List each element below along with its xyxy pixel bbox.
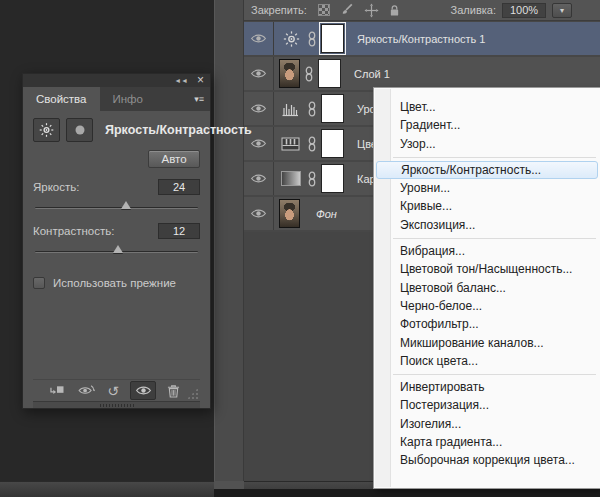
fill-value-field[interactable]: 100%	[502, 3, 546, 18]
use-legacy-label: Использовать прежние	[53, 277, 176, 289]
tab-properties[interactable]: Свойства	[23, 87, 100, 111]
menu-item-selective-color[interactable]: Выборочная коррекция цвета...	[374, 451, 600, 469]
slider-thumb[interactable]	[121, 201, 131, 209]
layer-mask-icon	[66, 118, 93, 142]
layer-thumbnail[interactable]	[279, 59, 300, 88]
menu-item-brightness-contrast[interactable]: Яркость/Контрастность...	[376, 161, 598, 179]
menu-item-color-lookup[interactable]: Поиск цвета...	[374, 352, 600, 370]
toggle-visibility-icon[interactable]	[130, 381, 156, 400]
properties-content: Яркость/Контрастность Авто Яркость: 24 К…	[23, 111, 210, 408]
menu-item-gradient[interactable]: Градиент...	[374, 116, 600, 134]
collapse-panel-icon[interactable]: ◄◄	[174, 77, 188, 84]
menu-item-exposure[interactable]: Экспозиция...	[374, 216, 600, 234]
eye-icon	[250, 208, 267, 219]
lock-all-icon[interactable]	[389, 4, 400, 17]
drag-handle-dots	[100, 404, 134, 407]
properties-panel: ◄◄ × Свойства Инфо ▾≡ Яркость/Контрастно…	[22, 73, 211, 409]
menu-item-curves[interactable]: Кривые...	[374, 197, 600, 215]
eye-icon	[250, 173, 267, 184]
menu-item-color-balance[interactable]: Цветовой баланс...	[374, 279, 600, 297]
contrast-slider[interactable]	[35, 244, 198, 256]
panel-dock-divider[interactable]	[214, 0, 244, 481]
link-icon[interactable]	[305, 66, 313, 82]
menu-item-black-white[interactable]: Черно-белое...	[374, 297, 600, 315]
brightness-label: Яркость:	[33, 181, 79, 193]
panel-resize-grip[interactable]	[187, 388, 198, 399]
reset-icon[interactable]: ↺	[107, 384, 119, 398]
lock-position-icon[interactable]	[364, 3, 379, 18]
brightness-row: Яркость: 24	[33, 179, 200, 195]
gradient-map-icon[interactable]	[279, 168, 303, 190]
delete-adjustment-icon[interactable]	[167, 384, 180, 398]
panel-title-bar[interactable]: ◄◄ ×	[23, 74, 210, 87]
lock-transparency-icon[interactable]	[318, 4, 330, 16]
layer-mask-thumbnail[interactable]	[321, 24, 344, 53]
menu-separator	[374, 234, 600, 242]
visibility-toggle[interactable]	[244, 92, 274, 125]
menu-item-hue-saturation[interactable]: Цветовой тон/Насыщенность...	[374, 260, 600, 278]
menu-item-invert[interactable]: Инвертировать	[374, 378, 600, 396]
panel-bottom-edge	[214, 489, 600, 497]
layer-name[interactable]: Яркость/Контрастность 1	[357, 33, 486, 45]
brightness-contrast-icon[interactable]	[279, 28, 303, 50]
view-previous-state-icon[interactable]	[77, 384, 96, 397]
photoshop-workspace: Закрепить: Заливка: 100% ▾	[0, 0, 600, 497]
properties-toolbar: ↺	[33, 379, 200, 401]
layer-thumbnail[interactable]	[279, 199, 300, 228]
contrast-label: Контрастность:	[33, 225, 114, 237]
visibility-toggle[interactable]	[244, 197, 274, 230]
menu-item-vibrance[interactable]: Вибрация...	[374, 242, 600, 260]
menu-separator	[374, 153, 600, 161]
menu-item-photo-filter[interactable]: Фотофильтр...	[374, 315, 600, 333]
new-adjustment-layer-menu: Цвет... Градиент... Узор... Яркость/Конт…	[373, 87, 600, 489]
brightness-slider[interactable]	[35, 200, 198, 212]
auto-row: Авто	[33, 150, 200, 168]
layer-mask-thumbnail[interactable]	[321, 164, 344, 193]
use-legacy-checkbox[interactable]	[33, 277, 45, 289]
visibility-toggle[interactable]	[244, 22, 274, 55]
layer-mask-thumbnail[interactable]	[318, 59, 341, 88]
levels-icon[interactable]	[279, 98, 303, 120]
slider-track	[35, 207, 198, 209]
menu-item-channel-mixer[interactable]: Микширование каналов...	[374, 334, 600, 352]
layer-name[interactable]: Слой 1	[354, 68, 390, 80]
eye-icon	[250, 68, 267, 79]
panel-drag-strip[interactable]	[33, 401, 200, 408]
panel-tab-bar: Свойства Инфо ▾≡	[23, 87, 210, 111]
brightness-contrast-icon	[33, 118, 60, 142]
link-icon[interactable]	[308, 171, 316, 187]
use-legacy-row: Использовать прежние	[33, 277, 200, 289]
layer-row-layer-1[interactable]: Слой 1	[244, 57, 600, 90]
link-icon[interactable]	[308, 31, 316, 47]
link-icon[interactable]	[308, 101, 316, 117]
menu-item-levels[interactable]: Уровни...	[374, 179, 600, 197]
fill-label: Заливка:	[451, 4, 496, 16]
lock-pixels-icon[interactable]	[340, 3, 354, 17]
menu-item-gradient-map[interactable]: Карта градиента...	[374, 433, 600, 451]
close-panel-icon[interactable]: ×	[197, 74, 204, 86]
visibility-toggle[interactable]	[244, 57, 274, 90]
brightness-value-field[interactable]: 24	[158, 179, 200, 195]
slider-thumb[interactable]	[113, 245, 123, 253]
panel-menu-icon[interactable]: ▾≡	[194, 87, 204, 111]
auto-button[interactable]: Авто	[148, 150, 200, 168]
eye-icon	[250, 138, 267, 149]
menu-item-pattern[interactable]: Узор...	[374, 135, 600, 153]
layer-row-brightness-contrast-1[interactable]: Яркость/Контрастность 1	[244, 22, 600, 55]
link-icon[interactable]	[308, 136, 316, 152]
menu-item-threshold[interactable]: Изогелия...	[374, 415, 600, 433]
menu-item-posterize[interactable]: Постеризация...	[374, 396, 600, 414]
menu-item-color[interactable]: Цвет...	[374, 98, 600, 116]
visibility-toggle[interactable]	[244, 162, 274, 195]
color-balance-icon[interactable]	[279, 133, 303, 155]
menu-separator	[374, 370, 600, 378]
fill-control: Заливка: 100% ▾	[451, 3, 572, 18]
contrast-value-field[interactable]: 12	[158, 223, 200, 239]
fill-dropdown-button[interactable]: ▾	[552, 3, 572, 18]
layer-mask-thumbnail[interactable]	[321, 94, 344, 123]
clip-to-layer-icon[interactable]	[48, 384, 66, 397]
lock-label: Закрепить:	[251, 4, 307, 16]
tab-info[interactable]: Инфо	[100, 87, 156, 111]
layer-mask-thumbnail[interactable]	[321, 129, 344, 158]
layer-name[interactable]: Фон	[316, 208, 337, 220]
